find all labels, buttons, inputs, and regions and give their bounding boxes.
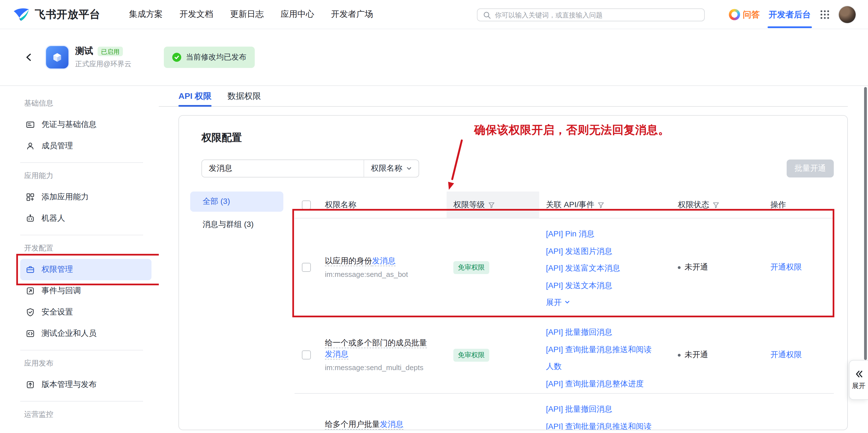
publish-status-banner: 当前修改均已发布	[164, 47, 255, 68]
category-list: 全部 (3) 消息与群组 (3)	[190, 192, 283, 430]
divider	[20, 350, 143, 350]
sidebar-section-capability: 应用能力	[20, 169, 152, 183]
permission-search: 权限名称	[202, 160, 419, 177]
api-link[interactable]: [API] Pin 消息	[546, 225, 654, 242]
permission-code: im:message:send_multi_depts	[325, 363, 431, 373]
sidebar-item-permission[interactable]: 权限管理	[20, 259, 152, 280]
api-link[interactable]: [API] 查询批量消息推送和阅读人数	[546, 341, 654, 375]
api-link[interactable]: [API] 查询批量消息整体进度	[546, 375, 654, 392]
global-search[interactable]	[477, 8, 705, 21]
nav-item-changelog[interactable]: 更新日志	[230, 9, 264, 20]
divider	[20, 401, 143, 402]
table-row: 给多个用户批量发消息 [API] 批量撤回消息 [API] 查询批量消息推送和阅…	[294, 394, 834, 430]
permission-icon	[26, 265, 35, 274]
permission-name-cell: 以应用的身份发消息 im:message:send_as_bot	[318, 255, 446, 280]
permission-body: 全部 (3) 消息与群组 (3) 权限名称 权限等级 关联 API/事件	[190, 192, 834, 430]
api-link[interactable]: [API] 发送图片消息	[546, 242, 654, 259]
nav-item-integration[interactable]: 集成方案	[129, 9, 163, 20]
permission-status-cell: 未开通	[671, 262, 764, 272]
sidebar-section-dev-config: 开发配置	[20, 241, 152, 256]
api-link[interactable]: [API] 发送文本消息	[546, 277, 654, 294]
sidebar-item-events[interactable]: 事件与回调	[20, 280, 152, 301]
apps-grid-icon[interactable]	[820, 9, 830, 20]
table-row: 以应用的身份发消息 im:message:send_as_bot 免审权限 [A…	[294, 219, 834, 317]
related-api-cell: [API] 批量撤回消息 [API] 查询批量消息推送和阅读	[539, 394, 671, 430]
bulk-open-button[interactable]: 批量开通	[787, 160, 834, 177]
brand[interactable]: 飞书开放平台	[12, 6, 100, 23]
divider	[20, 162, 143, 163]
search-icon	[483, 11, 491, 19]
permission-level-cell: 免审权限	[446, 261, 539, 274]
sidebar-item-test-org[interactable]: 测试企业和人员	[20, 323, 152, 344]
qa-icon	[729, 9, 740, 20]
sidebar-item-members[interactable]: 成员管理	[20, 135, 152, 157]
divider	[20, 235, 143, 235]
filter-icon[interactable]	[488, 201, 495, 208]
vertical-scrollbar[interactable]	[864, 87, 867, 360]
back-button[interactable]	[25, 53, 34, 62]
sidebar-item-add-capability[interactable]: 添加应用能力	[20, 186, 152, 208]
header-permission-status: 权限状态	[671, 192, 764, 218]
api-link[interactable]: [API] 批量撤回消息	[546, 323, 654, 341]
sidebar-item-credentials[interactable]: 凭证与基础信息	[20, 114, 152, 135]
nav-item-app-center[interactable]: 应用中心	[281, 9, 314, 20]
page: 飞书开放平台 集成方案 开发文档 更新日志 应用中心 开发者广场 问答 开发者后…	[0, 0, 868, 433]
select-all-checkbox[interactable]	[302, 200, 311, 209]
filter-icon[interactable]	[713, 201, 719, 208]
brand-title: 飞书开放平台	[35, 7, 100, 22]
sidebar-section-monitor: 运营监控	[20, 407, 152, 422]
category-message-group[interactable]: 消息与群组 (3)	[190, 214, 283, 235]
sidebar: 基础信息 凭证与基础信息 成员管理 应用能力	[0, 86, 159, 433]
check-circle-icon	[172, 53, 181, 62]
table-row: 给一个或多个部门的成员批量发消息 im:message:send_multi_d…	[294, 317, 834, 394]
double-chevron-left-icon	[854, 369, 863, 378]
developer-console-link[interactable]: 开发者后台	[769, 9, 811, 20]
header-permission-level: 权限等级	[446, 192, 539, 218]
row-checkbox[interactable]	[302, 350, 311, 359]
nav-item-docs[interactable]: 开发文档	[180, 9, 213, 20]
level-badge: 免审权限	[453, 261, 489, 274]
permission-name-cell: 给一个或多个部门的成员批量发消息 im:message:send_multi_d…	[318, 337, 446, 373]
table-header: 权限名称 权限等级 关联 API/事件 权限状态	[294, 192, 834, 219]
app-name: 测试	[75, 46, 93, 57]
user-avatar[interactable]	[839, 6, 856, 23]
sidebar-item-bot[interactable]: 机器人	[20, 208, 152, 229]
related-api-cell: [API] 批量撤回消息 [API] 查询批量消息推送和阅读人数 [API] 查…	[539, 317, 671, 392]
permission-name-cell: 给多个用户批量发消息	[318, 394, 446, 430]
nav-item-dev-square[interactable]: 开发者广场	[331, 9, 373, 20]
open-permission-link[interactable]: 开通权限	[770, 350, 802, 359]
annotation-note: 确保该权限开启，否则无法回复消息。	[474, 122, 670, 138]
filter-icon[interactable]	[598, 201, 604, 208]
tab-data-permission[interactable]: 数据权限	[227, 86, 261, 106]
api-link[interactable]: [API] 查询批量消息推送和阅读	[546, 417, 654, 430]
row-checkbox[interactable]	[302, 263, 311, 272]
search-field-select[interactable]: 权限名称	[364, 160, 418, 177]
header-action: 操作	[764, 192, 834, 218]
main-content: API 权限 数据权限 权限配置 权限名称 批量开通 全部 (3) 消息与群组 …	[159, 86, 868, 433]
api-link[interactable]: [API] 批量撤回消息	[546, 400, 654, 417]
sidebar-item-version[interactable]: 版本管理与发布	[20, 374, 152, 395]
toolbar: 权限名称 批量开通	[202, 160, 834, 177]
sidebar-section-basic: 基础信息	[20, 96, 152, 111]
open-permission-link[interactable]: 开通权限	[770, 262, 802, 271]
permission-status-cell: 未开通	[671, 350, 764, 360]
permission-level-cell: 免审权限	[446, 348, 539, 362]
permission-search-input[interactable]	[202, 160, 364, 177]
search-input[interactable]	[495, 11, 699, 19]
app-meta: 测试 已启用 正式应用@环界云	[75, 46, 131, 69]
sidebar-item-security[interactable]: 安全设置	[20, 301, 152, 323]
app-subtitle: 正式应用@环界云	[75, 60, 131, 69]
tab-api-permission[interactable]: API 权限	[179, 86, 212, 106]
api-link[interactable]: [API] 发送富文本消息	[546, 259, 654, 277]
app-status-badge: 已启用	[98, 47, 123, 56]
permission-table: 权限名称 权限等级 关联 API/事件 权限状态	[294, 192, 834, 430]
category-all[interactable]: 全部 (3)	[190, 192, 283, 212]
release-icon	[26, 380, 35, 389]
expand-side-panel-button[interactable]: 展开	[849, 360, 868, 400]
header-related-api: 关联 API/事件	[539, 192, 671, 218]
top-navbar: 飞书开放平台 集成方案 开发文档 更新日志 应用中心 开发者广场 问答 开发者后…	[0, 0, 868, 29]
qa-link[interactable]: 问答	[729, 9, 760, 20]
expand-apis-link[interactable]: 展开	[546, 294, 654, 311]
navbar-right: 问答 开发者后台	[729, 0, 856, 29]
bot-icon	[26, 214, 35, 223]
